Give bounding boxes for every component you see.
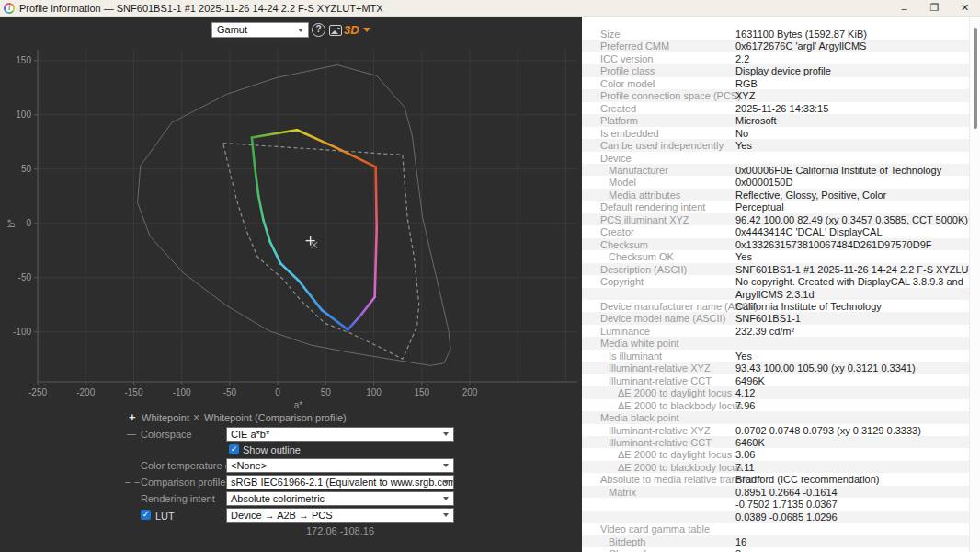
info-row[interactable]: Device model name (ASCII)SNF601BS1-1 [582,312,969,324]
chevron-down-icon [443,432,449,436]
info-row[interactable]: Device [582,152,969,164]
info-label: ΔE 2000 to daylight locus [618,387,732,398]
info-row[interactable]: Profile connection space (PCS)XYZ [582,89,969,101]
svg-text:b*: b* [6,219,17,228]
info-row[interactable]: Is illuminantYes [582,350,969,362]
svg-text:-150: -150 [124,387,142,397]
info-row[interactable]: ΔE 2000 to daylight locus4.12 [582,386,969,398]
info-row[interactable]: Bitdepth16 [582,535,969,547]
maximize-button[interactable]: ❐ [919,0,950,16]
info-row[interactable]: ICC version2.2 [582,52,969,64]
info-row[interactable]: Can be used independentlyYes [582,139,969,151]
info-row[interactable]: Is embeddedNo [582,127,969,139]
info-value: Reflective, Glossy, Positive, Color [735,190,886,201]
show-outline-checkbox[interactable]: ✓ [229,444,239,454]
info-row[interactable]: Absolute to media relative transformBrad… [582,473,969,485]
view-dropdown-value: Gamut [217,24,247,35]
comparison-profile-select[interactable]: sRGB IEC61966-2.1 (Equivalent to www.srg… [226,475,454,489]
save-image-button[interactable] [329,25,342,36]
info-label: Is embedded [600,128,659,139]
svg-text:150: 150 [414,387,429,397]
info-label: Illuminant-relative CCT [609,437,712,448]
info-row[interactable]: Video card gamma table [582,523,969,535]
info-row[interactable]: Checksum OKYes [582,250,969,262]
info-value: 93.43 100.00 105.90 (xy 0.3121 0.3341) [735,362,916,374]
colorspace-label: Colorspace [141,427,192,442]
info-value: 0x0000150D [735,177,792,188]
info-row[interactable]: Illuminant-relative CCT6460K [582,436,969,448]
info-row[interactable]: Creator0x4443414C 'DCAL' DisplayCAL [582,225,969,237]
info-value: No copyright. Created with DisplayCAL 3.… [735,276,963,287]
info-row[interactable]: Illuminant-relative XYZ93.43 100.00 105.… [582,362,969,374]
info-row[interactable]: -0.7502 1.7135 0.0367 [582,498,969,510]
info-value: 3.06 [735,449,755,460]
close-button[interactable]: ✕ [950,0,980,16]
info-row[interactable]: Media attributesReflective, Glossy, Posi… [582,189,969,201]
info-row[interactable]: Manufacturer0x00006F0E California Instit… [582,164,969,176]
info-label: Media white point [600,338,679,349]
info-label: Device [600,153,632,164]
info-label: Illuminant-relative XYZ [609,362,711,374]
info-value: -0.7502 1.7135 0.0367 [735,499,838,510]
info-row[interactable]: Luminance232.39 cd/m² [582,325,969,337]
info-row[interactable]: Illuminant-relative CCT6496K [582,374,969,386]
chart-toolbar: Gamut ? 3D [0,21,582,40]
rendering-intent-select[interactable]: Absolute colorimetric [226,491,454,506]
lut-direction-select[interactable]: Device → A2B → PCS [226,508,454,523]
info-row[interactable]: Created2025-11-26 14:33:15 [582,102,969,114]
info-row[interactable]: Default rendering intentPerceptual [582,201,969,213]
info-row[interactable]: ΔE 2000 to daylight locus3.06 [582,448,969,460]
svg-text:0: 0 [275,387,280,397]
info-row[interactable]: Media black point [582,411,969,423]
info-row[interactable]: Model0x0000150D [582,176,969,188]
info-label: Checksum [600,239,648,250]
info-row[interactable]: PlatformMicrosoft [582,114,969,126]
info-value: 2025-11-26 14:33:15 [735,103,828,114]
info-row[interactable]: Profile classDisplay device profile [582,64,969,76]
info-row[interactable]: ΔE 2000 to blackbody locus7.11 [582,461,969,473]
info-row[interactable]: Description (ASCII)SNF601BS1-1 #1 2025-1… [582,263,969,275]
scrollbar-thumb[interactable] [974,28,977,129]
info-row[interactable]: Matrix0.8951 0.2664 -0.1614 [582,486,969,498]
colorspace-select[interactable]: CIE a*b* [226,427,454,442]
scrollbar[interactable] [969,17,980,552]
info-row[interactable]: Illuminant-relative XYZ0.0702 0.0748 0.0… [582,424,969,436]
info-row[interactable]: CopyrightNo copyright. Created with Disp… [582,275,969,287]
info-value: 0x4443414C 'DCAL' DisplayCAL [735,226,883,237]
info-label: Manufacturer [609,165,668,176]
info-value: 1631100 Bytes (1592.87 KiB) [735,29,867,40]
info-value: 0.0702 0.0748 0.0793 (xy 0.3129 0.3333) [735,425,921,436]
info-row[interactable]: Size1631100 Bytes (1592.87 KiB) [582,28,969,40]
info-row[interactable]: Color modelRGB [582,77,969,89]
svg-text:-250: -250 [28,387,47,397]
minimize-button[interactable]: – [889,0,919,16]
info-row[interactable]: 0.0389 -0.0685 1.0296 [582,511,969,523]
info-row[interactable]: Channels3 [582,547,969,552]
info-row[interactable]: Device manufacturer name (ASCII)Californ… [582,300,969,312]
svg-text:100: 100 [16,109,31,120]
info-row[interactable]: Checksum0x1332631573810067484D261D97570D… [582,238,969,250]
rendering-intent-label: Rendering intent [141,491,215,506]
info-row[interactable]: Preferred CMM0x6172676C 'argl' ArgyllCMS [582,40,969,52]
info-value: No [735,128,748,139]
svg-text:200: 200 [462,387,478,397]
info-label: Platform [600,115,638,126]
info-row[interactable]: ΔE 2000 to blackbody locus7.96 [582,399,969,411]
profile-info-table: Size1631100 Bytes (1592.87 KiB)Preferred… [582,28,969,552]
lut-checkbox[interactable]: ✓ [141,510,151,520]
legend-whitepoint-label: Whitepoint [142,412,189,423]
info-row[interactable]: PCS illuminant XYZ96.42 100.00 82.49 (xy… [582,213,969,225]
svg-text:-100: -100 [173,387,191,397]
question-icon: ? [315,24,321,34]
help-button[interactable]: ? [312,23,325,37]
chart-legend: + Whitepoint × Whitepoint (Comparison pr… [0,411,582,424]
info-label: Can be used independently [600,140,724,151]
info-label: ICC version [600,53,653,64]
info-value: Yes [735,351,752,362]
info-row[interactable]: ArgyllCMS 2.3.1d [582,288,969,300]
view-dropdown[interactable]: Gamut [211,22,309,38]
color-temperature-curve-select[interactable]: <None> [226,458,454,473]
view-3d-button[interactable]: 3D [344,23,370,37]
gamut-chart[interactable]: -250-200-150-100-50050100150200150100500… [0,42,582,410]
info-row[interactable]: Media white point [582,337,969,349]
